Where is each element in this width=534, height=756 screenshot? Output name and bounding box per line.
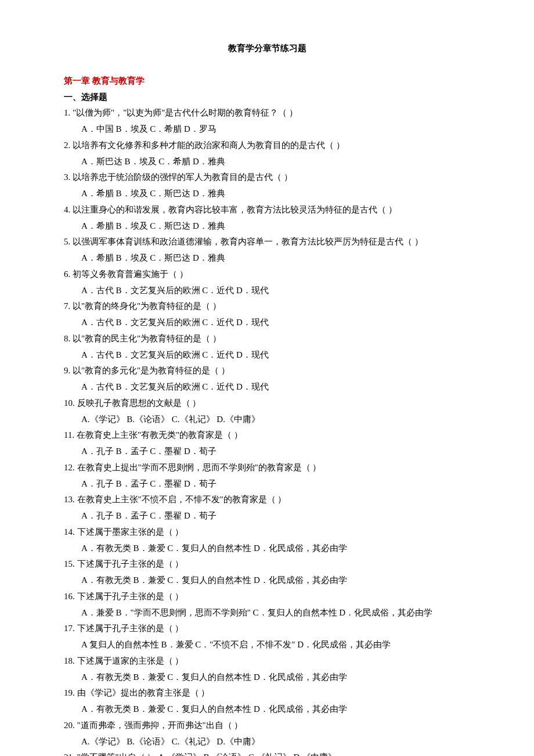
question-item: 20. "道而弗牵，强而弗抑，开而弗达"出自（ ） [64,718,470,734]
question-options: A 复归人的自然本性 B．兼爱 C．"不愤不启，不悱不发" D．化民成俗，其必由… [64,637,470,653]
question-item: 12. 在教育史上提出"学而不思则惘，思而不学则殆"的教育家是（ ） [64,460,470,476]
question-text: 下述属于孔子主张的是（ ） [77,624,184,633]
question-item: 13. 在教育史上主张"不愤不启，不悱不发"的教育家是（ ） [64,492,470,508]
question-number: 18. [64,656,77,665]
question-options: A．希腊 B．埃及 C．斯巴达 D．雅典 [64,186,470,202]
question-number: 19. [64,688,77,697]
question-options: A．有教无类 B．兼爱 C．复归人的自然本性 D．化民成俗，其必由学 [64,701,470,718]
question-item: 11. 在教育史上主张"有教无类"的教育家是（ ） [64,427,470,444]
question-text: 以培养忠于统治阶级的强悍的军人为教育目的是古代（ ） [73,172,293,182]
question-text: 以培养有文化修养和多种才能的政治家和商人为教育目的的是古代（ ） [73,141,345,150]
question-options: A．古代 B．文艺复兴后的欧洲 C．近代 D．现代 [64,379,470,395]
question-number: 4. [64,205,73,214]
document-title: 教育学分章节练习题 [64,41,470,57]
question-number: 12. [64,463,77,472]
question-item: 9. 以"教育的多元化"是为教育特征的是（ ） [64,363,470,379]
question-item: 19. 由《学记》提出的教育主张是（ ） [64,685,470,701]
question-item: 14. 下述属于墨家主张的是（ ） [64,524,470,541]
question-item: 7. 以"教育的终身化"为教育特征的是（ ） [64,298,470,315]
question-text: 下述属于墨家主张的是（ ） [77,527,184,537]
question-number: 14. [64,527,77,537]
question-item: 8. 以"教育的民主化"为教育特征的是（ ） [64,331,470,347]
question-item: 4. 以注重身心的和谐发展，教育内容比较丰富，教育方法比较灵活为特征的是古代（ … [64,202,470,218]
question-text: "以僧为师"，"以吏为师"是古代什么时期的教育特征？（ ） [73,108,298,117]
question-number: 15. [64,559,77,568]
question-options: A．希腊 B．埃及 C．斯巴达 D．雅典 [64,250,470,267]
question-text: 下述属于孔子主张的是（ ） [77,592,184,601]
question-text: 初等义务教育普遍实施于（ ） [73,269,188,279]
question-options: A．中国 B．埃及 C．希腊 D．罗马 [64,121,470,138]
question-number: 9. [64,366,73,375]
question-text: 以强调军事体育训练和政治道德灌输，教育内容单一，教育方法比较严厉为特征是古代（ … [73,237,423,246]
question-number: 6. [64,269,73,279]
question-options: A.《学记》 B.《论语》 C.《礼记》 D.《中庸》 [64,412,470,428]
question-number: 10. [64,398,77,408]
question-options: A．孔子 B．孟子 C．墨翟 D．荀子 [64,444,470,460]
question-text: "学不躐等"出自（ ） [77,753,156,756]
question-number: 17. [64,624,77,633]
question-options: A.《学记》 B.《论语》 C.《礼记》 D.《中庸》 [64,734,470,750]
question-number: 2. [64,141,73,150]
question-text: 在教育史上主张"有教无类"的教育家是（ ） [77,430,243,440]
question-number: 16. [64,592,77,601]
question-text: "道而弗牵，强而弗抑，开而弗达"出自（ ） [77,721,243,730]
question-item: 3. 以培养忠于统治阶级的强悍的军人为教育目的是古代（ ） [64,170,470,186]
question-21: 21. "学不躐等"出自（ ） A.《学记》 B.《论语》 C.《礼记》 D.《… [64,750,470,756]
question-text: 以"教育的终身化"为教育特征的是（ ） [73,301,221,311]
question-text: 以"教育的多元化"是为教育特征的是（ ） [73,366,230,375]
question-options: A．兼爱 B．"学而不思则惘，思而不学则殆" C．复归人的自然本性 D．化民成俗… [64,605,470,621]
question-number: 8. [64,334,73,343]
question-text: 在教育史上主张"不愤不启，不悱不发"的教育家是（ ） [77,495,287,504]
question-text: 反映孔子教育思想的文献是（ ） [77,398,201,408]
question-options: A．斯巴达 B．埃及 C．希腊 D．雅典 [64,154,470,170]
question-number: 1. [64,108,73,117]
question-text: 以"教育的民主化"为教育特征的是（ ） [73,334,221,343]
question-text: 由《学记》提出的教育主张是（ ） [77,688,210,697]
question-text: 在教育史上提出"学而不思则惘，思而不学则殆"的教育家是（ ） [77,463,322,472]
question-item: 15. 下述属于孔子主张的是（ ） [64,556,470,573]
question-number: 13. [64,495,77,504]
question-number: 5. [64,237,73,246]
question-options: A.《学记》 B.《论语》 C.《礼记》 D.《中庸》 [158,753,337,756]
question-number: 21. [64,753,75,756]
question-item: 6. 初等义务教育普遍实施于（ ） [64,267,470,283]
question-number: 11. [64,430,77,440]
question-options: A．古代 B．文艺复兴后的欧洲 C．近代 D．现代 [64,283,470,299]
question-item: 17. 下述属于孔子主张的是（ ） [64,621,470,637]
question-number: 7. [64,301,73,311]
chapter-heading: 第一章 教育与教育学 [64,73,470,89]
question-item: 18. 下述属于道家的主张是（ ） [64,653,470,669]
question-number: 3. [64,172,73,182]
question-options: A．有教无类 B．兼爱 C．复归人的自然本性 D．化民成俗，其必由学 [64,669,470,686]
question-options: A．有教无类 B．兼爱 C．复归人的自然本性 D．化民成俗，其必由学 [64,541,470,557]
section-heading: 一、选择题 [64,89,470,106]
question-options: A．古代 B．文艺复兴后的欧洲 C．近代 D．现代 [64,315,470,331]
question-options: A．古代 B．文艺复兴后的欧洲 C．近代 D．现代 [64,347,470,363]
question-item: 2. 以培养有文化修养和多种才能的政治家和商人为教育目的的是古代（ ） [64,138,470,154]
question-number: 20. [64,721,77,730]
question-text: 下述属于孔子主张的是（ ） [77,559,184,568]
question-item: 16. 下述属于孔子主张的是（ ） [64,589,470,605]
question-item: 10. 反映孔子教育思想的文献是（ ） [64,395,470,412]
question-options: A．孔子 B．孟子 C．墨翟 D．荀子 [64,476,470,492]
question-options: A．孔子 B．孟子 C．墨翟 D．荀子 [64,508,470,524]
question-text: 下述属于道家的主张是（ ） [77,656,184,665]
question-options: A．希腊 B．埃及 C．斯巴达 D．雅典 [64,218,470,235]
question-options: A．有教无类 B．兼爱 C．复归人的自然本性 D．化民成俗，其必由学 [64,573,470,589]
question-item: 5. 以强调军事体育训练和政治道德灌输，教育内容单一，教育方法比较严厉为特征是古… [64,234,470,250]
question-text: 以注重身心的和谐发展，教育内容比较丰富，教育方法比较灵活为特征的是古代（ ） [73,205,397,214]
question-item: 1. "以僧为师"，"以吏为师"是古代什么时期的教育特征？（ ） [64,105,470,121]
questions-list: 1. "以僧为师"，"以吏为师"是古代什么时期的教育特征？（ ）A．中国 B．埃… [64,105,470,750]
